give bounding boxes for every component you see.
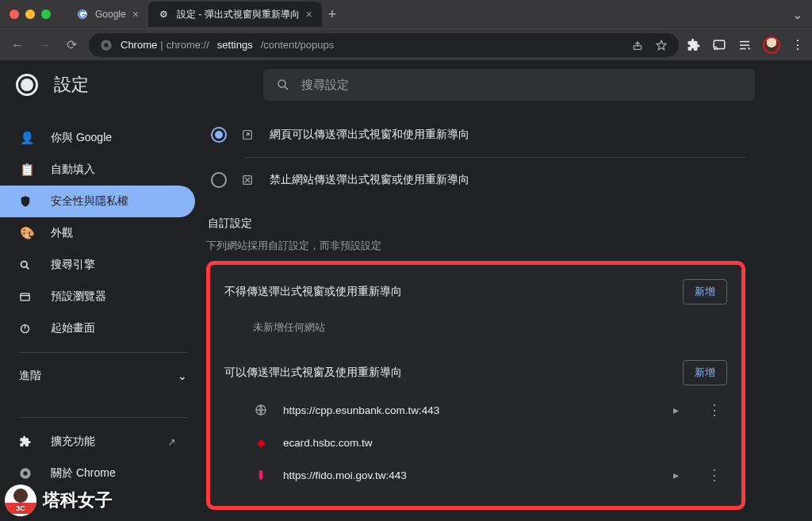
browser-toolbar: ← → ⟳ Chrome | chrome://settings/content… [0,29,812,60]
site-row[interactable]: https://fido.moi.gov.tw:443 ▸ ⋮ [224,458,727,492]
radio-label: 網頁可以傳送彈出式視窗和使用重新導向 [270,128,469,142]
watermark: 塔科女子 [5,485,113,516]
highlight-annotation: 不得傳送彈出式視窗或使用重新導向 新增 未新增任何網站 可以傳送彈出式視窗及使用… [206,261,745,510]
radio-label: 禁止網站傳送彈出式視窗或使用重新導向 [270,173,469,187]
advanced-label: 進階 [19,369,41,383]
radio-option-block[interactable]: 禁止網站傳送彈出式視窗或使用重新導向 [206,161,745,199]
person-icon: 👤 [19,131,35,145]
sidebar-divider [19,417,187,418]
settings-sidebar: 👤你與 Google 📋自動填入 安全性與隱私權 🎨外觀 搜尋引擎 預設瀏覽器 … [0,60,206,521]
new-tab-button[interactable]: + [328,6,337,23]
radio-option-allow[interactable]: 網頁可以傳送彈出式視窗和使用重新導向 [206,116,745,154]
url-prefix: chrome:// [167,39,209,51]
profile-avatar[interactable] [763,36,780,54]
custom-settings-subtitle: 下列網站採用自訂設定，而非預設設定 [206,239,745,253]
site-url: ecard.hsbc.com.tw [283,437,373,449]
sidebar-item-on-startup[interactable]: 起始畫面 [0,312,195,344]
shield-icon [19,195,35,208]
sidebar-item-label: 起始畫面 [51,321,95,335]
chrome-icon [100,39,113,52]
close-tab-icon[interactable]: × [306,8,312,21]
extensions-icon[interactable] [687,38,701,52]
watermark-avatar [5,485,36,516]
sidebar-advanced[interactable]: 進階⌄ [0,361,206,391]
watermark-text: 塔科女子 [43,488,113,512]
minimize-window-button[interactable] [25,10,35,19]
close-tab-icon[interactable]: × [132,8,139,21]
chrome-logo-icon [16,74,38,96]
add-allowed-button[interactable]: 新增 [683,360,727,385]
search-placeholder: 搜尋設定 [301,78,349,93]
more-actions-icon[interactable]: ⋮ [701,466,727,484]
page-title: 設定 [54,73,89,97]
settings-content: 網頁可以傳送彈出式視窗和使用重新導向 禁止網站傳送彈出式視窗或使用重新導向 自訂… [206,60,812,521]
site-url: https://cpp.esunbank.com.tw:443 [283,404,439,416]
url-separator: | [160,39,163,51]
globe-icon [253,402,269,418]
sidebar-item-default-browser[interactable]: 預設瀏覽器 [0,281,195,312]
sidebar-item-label: 關於 Chrome [51,466,116,481]
site-row[interactable]: https://cpp.esunbank.com.tw:443 ▸ ⋮ [224,393,727,427]
sidebar-item-label: 擴充功能 [51,435,95,449]
sidebar-item-label: 預設瀏覽器 [51,289,106,304]
svg-point-2 [104,43,108,47]
clipboard-icon: 📋 [19,163,35,177]
sidebar-item-extensions[interactable]: 擴充功能↗ [0,426,195,458]
custom-settings-title: 自訂設定 [208,216,745,231]
sidebar-divider [19,352,187,353]
divider [244,157,745,158]
browser-tab[interactable]: Google × [67,2,148,27]
maximize-window-button[interactable] [41,10,51,19]
sidebar-item-appearance[interactable]: 🎨外觀 [0,217,195,249]
address-bar[interactable]: Chrome | chrome://settings/content/popup… [89,33,679,57]
bookmark-icon[interactable] [655,39,668,52]
sidebar-item-you-and-google[interactable]: 👤你與 Google [0,122,195,154]
sidebar-item-autofill[interactable]: 📋自動填入 [0,154,195,186]
tab-strip: Google × ⚙ 設定 - 彈出式視窗與重新導向 × + [67,2,786,27]
chevron-right-icon[interactable]: ▸ [665,404,687,416]
svg-rect-7 [21,293,29,301]
chevron-down-icon: ⌄ [178,370,187,382]
sidebar-item-label: 外觀 [51,226,73,240]
allow-list-header: 可以傳送彈出式視窗及使用重新導向 新增 [224,360,727,385]
forward-button[interactable]: → [35,38,54,52]
power-icon [19,323,35,335]
google-favicon [76,8,89,21]
external-link-icon: ↗ [167,436,176,448]
settings-search[interactable]: 搜尋設定 [263,69,755,101]
hsbc-icon: ◆ [253,435,269,450]
puzzle-icon [19,435,35,448]
sidebar-item-label: 搜尋引擎 [51,258,95,272]
settings-header: 設定 搜尋設定 [0,60,812,109]
sidebar-item-search[interactable]: 搜尋引擎 [0,249,195,281]
tab-title: Google [95,9,126,20]
radio-selected-icon [211,127,227,143]
reload-button[interactable]: ⟳ [62,37,81,52]
empty-state-text: 未新增任何網站 [224,312,727,349]
sidebar-item-label: 你與 Google [51,131,112,145]
site-url: https://fido.moi.gov.tw:443 [283,469,407,481]
kebab-menu-icon[interactable]: ⋮ [791,37,804,52]
site-row[interactable]: ◆ ecard.hsbc.com.tw [224,427,727,458]
share-icon[interactable] [631,39,644,52]
allow-list-title: 可以傳送彈出式視窗及使用重新導向 [224,366,402,380]
back-button[interactable]: ← [8,38,27,52]
close-window-button[interactable] [10,10,19,19]
radio-unselected-icon [211,172,227,188]
sidebar-item-privacy[interactable]: 安全性與隱私權 [0,186,195,217]
chevron-right-icon[interactable]: ▸ [665,469,687,481]
svg-rect-4 [714,40,725,49]
more-actions-icon[interactable]: ⋮ [701,401,727,419]
browser-icon [19,291,35,303]
sidebar-item-label: 安全性與隱私權 [51,194,128,209]
add-blocked-button[interactable]: 新增 [683,279,727,305]
toolbar-actions: ⋮ [687,36,804,54]
palette-icon: 🎨 [19,226,35,240]
open-external-icon [241,128,255,141]
chevron-down-icon[interactable]: ⌄ [792,7,802,22]
svg-rect-14 [259,470,263,480]
browser-tab[interactable]: ⚙ 設定 - 彈出式視窗與重新導向 × [148,2,322,27]
url-rest: /content/popups [261,39,335,51]
reading-list-icon[interactable] [737,38,752,52]
cast-icon[interactable] [712,38,726,52]
